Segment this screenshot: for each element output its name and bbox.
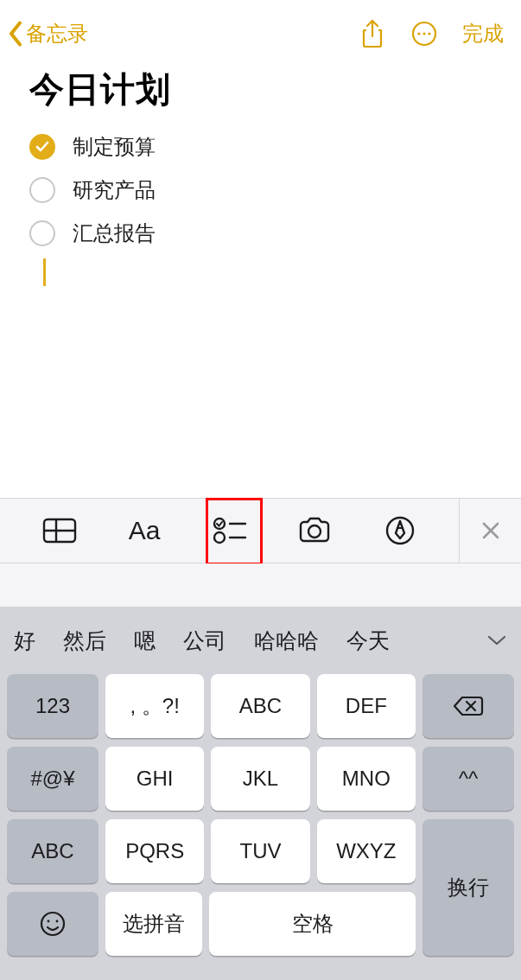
- key-wxyz[interactable]: WXYZ: [317, 819, 416, 883]
- svg-point-20: [56, 920, 59, 923]
- emoji-icon: [39, 910, 67, 938]
- key-def[interactable]: DEF: [317, 674, 416, 738]
- key-symbols[interactable]: #@¥: [7, 747, 98, 811]
- nav-actions: 完成: [359, 19, 507, 48]
- key-123[interactable]: 123: [7, 674, 98, 738]
- backspace-key[interactable]: [423, 674, 514, 738]
- suggestion-bar: 好 然后 嗯 公司 哈哈哈 今天: [0, 607, 521, 674]
- pen-circle-icon: [385, 516, 415, 545]
- top-nav: 备忘录 完成: [0, 0, 521, 60]
- svg-point-9: [214, 532, 225, 543]
- svg-point-11: [308, 525, 321, 538]
- ellipsis-circle-icon: [410, 20, 438, 48]
- key-jkl[interactable]: JKL: [211, 747, 309, 811]
- checklist-item[interactable]: 汇总报告: [29, 212, 492, 255]
- back-button[interactable]: 备忘录: [7, 20, 88, 48]
- key-pqrs[interactable]: PQRS: [105, 819, 204, 883]
- backspace-icon: [453, 695, 484, 717]
- toolbar-spacer: [0, 563, 521, 607]
- key-tuv[interactable]: TUV: [211, 819, 309, 883]
- checklist-button[interactable]: [204, 505, 256, 557]
- more-button[interactable]: [410, 19, 438, 48]
- chevron-left-icon: [7, 21, 24, 47]
- text-format-button[interactable]: Aa: [118, 505, 170, 557]
- done-button[interactable]: 完成: [462, 20, 507, 48]
- checkbox-checked-icon[interactable]: [29, 134, 55, 160]
- table-icon: [42, 518, 77, 544]
- svg-point-2: [423, 32, 425, 35]
- key-abc-mode[interactable]: ABC: [7, 819, 98, 883]
- camera-icon: [297, 517, 332, 544]
- checklist-item[interactable]: 研究产品: [29, 169, 492, 212]
- expand-suggestions-button[interactable]: [473, 607, 521, 674]
- checklist-item-label[interactable]: 研究产品: [73, 176, 156, 204]
- suggestion[interactable]: 哈哈哈: [240, 627, 333, 655]
- keyboard: 好 然后 嗯 公司 哈哈哈 今天 123 , 。?! ABC DEF #: [0, 607, 521, 980]
- svg-point-7: [214, 519, 225, 529]
- suggestion[interactable]: 好: [5, 627, 49, 655]
- back-label: 备忘录: [26, 20, 88, 48]
- svg-point-1: [417, 32, 420, 35]
- key-mno[interactable]: MNO: [317, 747, 416, 811]
- checklist-item-label[interactable]: 汇总报告: [73, 220, 156, 247]
- note-title[interactable]: 今日计划: [29, 66, 492, 113]
- space-key[interactable]: 空格: [209, 892, 416, 956]
- text-cursor: [43, 258, 46, 286]
- checkbox-unchecked-icon[interactable]: [29, 220, 55, 246]
- share-icon: [360, 19, 384, 48]
- checklist: 制定预算 研究产品 汇总报告: [29, 125, 492, 255]
- note-body[interactable]: 今日计划 制定预算 研究产品 汇总报告: [0, 60, 521, 286]
- key-ghi[interactable]: GHI: [105, 747, 204, 811]
- svg-point-19: [48, 920, 50, 923]
- key-grid: 123 , 。?! ABC DEF #@¥ GHI JKL MNO ^^ ABC…: [0, 674, 521, 956]
- suggestion[interactable]: 公司: [169, 627, 240, 655]
- close-toolbar-button[interactable]: [459, 498, 521, 563]
- suggestion[interactable]: 嗯: [120, 627, 169, 655]
- suggestion[interactable]: 今天: [333, 627, 403, 655]
- checklist-icon: [213, 517, 247, 544]
- checkbox-unchecked-icon[interactable]: [29, 177, 55, 203]
- enter-key[interactable]: 换行: [423, 819, 514, 956]
- svg-point-3: [428, 32, 430, 35]
- close-icon: [480, 520, 501, 541]
- checklist-item[interactable]: 制定预算: [29, 125, 492, 169]
- table-button[interactable]: [34, 505, 86, 557]
- chevron-down-icon: [486, 633, 507, 647]
- svg-point-18: [41, 913, 64, 935]
- key-abc[interactable]: ABC: [211, 674, 309, 738]
- share-button[interactable]: [359, 19, 386, 48]
- checklist-item-label[interactable]: 制定预算: [73, 133, 156, 161]
- emoji-key[interactable]: [7, 892, 98, 956]
- suggestion[interactable]: 然后: [49, 627, 120, 655]
- markup-button[interactable]: [374, 505, 426, 557]
- key-face[interactable]: ^^: [423, 747, 514, 811]
- camera-button[interactable]: [289, 505, 340, 557]
- format-toolbar: Aa: [0, 498, 521, 563]
- select-pinyin-key[interactable]: 选拼音: [105, 892, 202, 956]
- key-punct[interactable]: , 。?!: [105, 674, 204, 738]
